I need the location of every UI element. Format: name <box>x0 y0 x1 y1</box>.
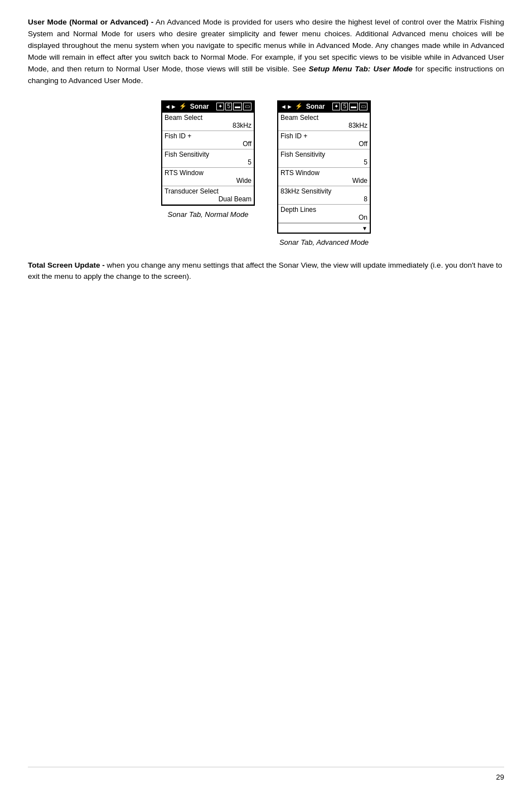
adv-label-depth-lines: Depth Lines <box>280 206 367 214</box>
adv-fish-icon: ⚡ <box>295 103 303 110</box>
adv-header-arrow-icon: ◄► <box>280 103 293 110</box>
normal-screen-header: ◄► ⚡ Sonar ✦ 5 ▬ ▭ <box>162 101 254 113</box>
intro-bold-term: User Mode (Normal or Advanced) - <box>28 18 153 26</box>
fish-icon: ⚡ <box>179 103 187 110</box>
adv-label-beam-select: Beam Select <box>280 114 367 122</box>
adv-value-rts-window: Wide <box>280 177 367 185</box>
normal-row-beam-select: Beam Select 83kHz <box>162 113 254 131</box>
normal-value-beam-select: 83kHz <box>165 122 252 129</box>
adv-row-83khz-sensitivity: 83kHz Sensitivity 8 <box>278 186 370 205</box>
page-number: 29 <box>496 773 504 781</box>
adv-value-83khz-sensitivity: 8 <box>280 195 367 203</box>
normal-label-rts-window: RTS Window <box>165 169 252 177</box>
footer-divider <box>28 767 504 767</box>
adv-ctrl-5-icon: 5 <box>341 103 348 110</box>
normal-value-fish-id: Off <box>165 140 252 148</box>
bottom-bold-term: Total Screen Update - <box>28 261 105 269</box>
adv-ctrl-gear-icon: ✦ <box>332 103 340 110</box>
adv-row-depth-lines: Depth Lines On <box>278 205 370 223</box>
scroll-arrow: ▼ <box>278 223 370 233</box>
ctrl-gear-icon: ✦ <box>216 103 224 110</box>
normal-value-rts-window: Wide <box>165 177 252 185</box>
normal-label-fish-sensitivity: Fish Sensitivity <box>165 151 252 158</box>
ctrl-box-icon: ▭ <box>243 103 252 110</box>
adv-label-83khz-sensitivity: 83kHz Sensitivity <box>280 187 367 195</box>
adv-label-fish-id: Fish ID + <box>280 132 367 140</box>
bottom-paragraph: Total Screen Update - when you change an… <box>28 260 504 283</box>
scroll-down-icon: ▼ <box>362 225 367 231</box>
adv-ctrl-dash-icon: ▬ <box>349 103 358 110</box>
normal-row-fish-id: Fish ID + Off <box>162 131 254 149</box>
adv-row-beam-select: Beam Select 83kHz <box>278 113 370 131</box>
adv-row-fish-sensitivity: Fish Sensitivity 5 <box>278 149 370 168</box>
ctrl-5-icon: 5 <box>225 103 232 110</box>
adv-value-beam-select: 83kHz <box>280 122 367 129</box>
normal-header-controls: ✦ 5 ▬ ▭ <box>216 103 252 110</box>
normal-mode-caption: Sonar Tab, Normal Mode <box>168 210 249 219</box>
normal-label-beam-select: Beam Select <box>165 114 252 122</box>
normal-label-transducer: Transducer Select <box>165 187 252 195</box>
adv-value-depth-lines: On <box>280 214 367 221</box>
adv-label-rts-window: RTS Window <box>280 169 367 177</box>
normal-row-transducer: Transducer Select Dual Beam <box>162 186 254 205</box>
adv-ctrl-box-icon: ▭ <box>359 103 367 110</box>
advanced-mode-caption: Sonar Tab, Advanced Mode <box>279 238 369 246</box>
advanced-mode-screen: ◄► ⚡ Sonar ✦ 5 ▬ ▭ Beam Select 83kHz Fis… <box>277 100 371 234</box>
figures-row: ◄► ⚡ Sonar ✦ 5 ▬ ▭ Beam Select 83kHz Fis… <box>28 100 504 246</box>
advanced-mode-figure: ◄► ⚡ Sonar ✦ 5 ▬ ▭ Beam Select 83kHz Fis… <box>277 100 371 246</box>
normal-label-fish-id: Fish ID + <box>165 132 252 140</box>
normal-header-sonar-label: Sonar <box>190 103 215 110</box>
adv-row-rts-window: RTS Window Wide <box>278 168 370 186</box>
normal-value-fish-sensitivity: 5 <box>165 158 252 166</box>
header-arrow-icon: ◄► <box>165 103 177 110</box>
adv-row-fish-id: Fish ID + Off <box>278 131 370 149</box>
normal-row-rts-window: RTS Window Wide <box>162 168 254 186</box>
adv-value-fish-sensitivity: 5 <box>280 158 367 166</box>
advanced-header-sonar-label: Sonar <box>306 103 331 110</box>
advanced-header-controls: ✦ 5 ▬ ▭ <box>332 103 367 110</box>
intro-paragraph: User Mode (Normal or Advanced) - An Adva… <box>28 17 504 87</box>
ctrl-dash-icon: ▬ <box>233 103 242 110</box>
adv-value-fish-id: Off <box>280 140 367 148</box>
normal-mode-figure: ◄► ⚡ Sonar ✦ 5 ▬ ▭ Beam Select 83kHz Fis… <box>161 100 255 219</box>
intro-italic-term: Setup Menu Tab: User Mode <box>309 65 413 73</box>
advanced-screen-header: ◄► ⚡ Sonar ✦ 5 ▬ ▭ <box>278 101 370 113</box>
normal-row-fish-sensitivity: Fish Sensitivity 5 <box>162 149 254 168</box>
normal-mode-screen: ◄► ⚡ Sonar ✦ 5 ▬ ▭ Beam Select 83kHz Fis… <box>161 100 255 206</box>
adv-label-fish-sensitivity: Fish Sensitivity <box>280 151 367 158</box>
normal-value-transducer: Dual Beam <box>165 195 252 203</box>
